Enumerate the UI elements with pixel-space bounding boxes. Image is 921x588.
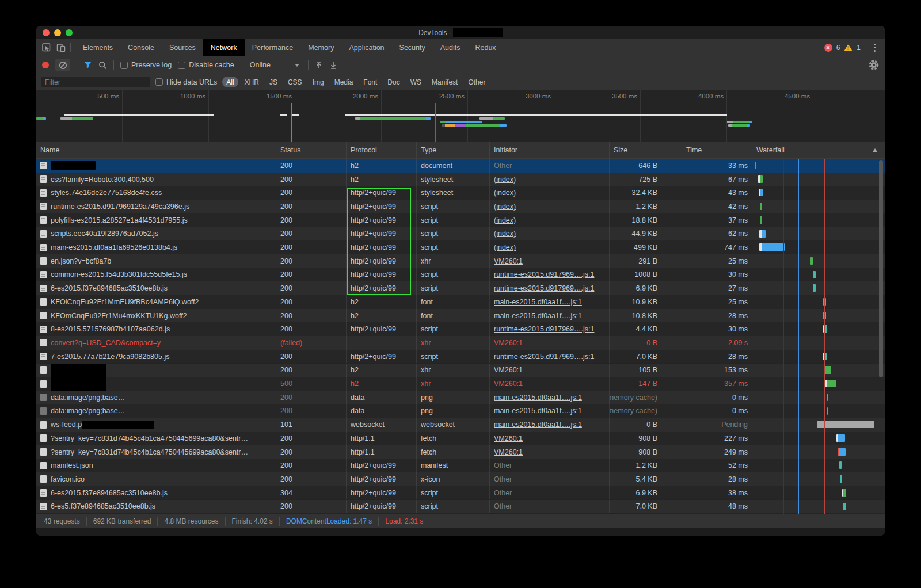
request-row[interactable]: polyfills-es2015.a28527e1a4f4531d7955.js… [36, 213, 885, 227]
cell-initiator-text[interactable]: (index) [494, 189, 516, 197]
cell-initiator-text[interactable]: runtime-es2015.d917969….js:1 [494, 325, 594, 333]
request-row[interactable]: 6-es2015.f37e894685ac3510ee8b.js304http/… [36, 486, 885, 500]
cell-initiator-text[interactable]: VM260:1 [494, 448, 523, 456]
settings-gear-icon[interactable] [869, 60, 879, 70]
request-row[interactable]: scripts.eec40a19f28976ad7052.js200http/2… [36, 227, 885, 241]
console-warnings-icon[interactable] [844, 44, 853, 51]
request-row[interactable]: convert?q=USD_CAD&compact=y(failed)xhrVM… [36, 336, 885, 350]
cell-initiator-text[interactable]: VM260:1 [494, 366, 523, 374]
filter-funnel-icon[interactable] [83, 61, 92, 69]
cell-initiator-text[interactable]: (index) [494, 216, 516, 224]
tab-audits[interactable]: Audits [433, 39, 468, 56]
request-row[interactable]: en.json?v=bcf8a7b200http/2+quic/99xhrVM2… [36, 254, 885, 268]
cell-initiator-text[interactable]: VM260:1 [494, 434, 523, 442]
export-har-icon[interactable] [329, 61, 337, 70]
column-header-name[interactable]: Name [36, 142, 276, 158]
tab-performance[interactable]: Performance [245, 39, 301, 56]
request-row[interactable]: ws-feed.p101websocketwebsocketmain-es201… [36, 418, 885, 432]
filter-pill-xhr[interactable]: XHR [241, 77, 263, 87]
request-row[interactable]: 6-es2015.f37e894685ac3510ee8b.js200http/… [36, 281, 885, 295]
filter-input[interactable] [41, 77, 150, 87]
request-row[interactable]: 500h2xhrVM260:1147 B357 ms [36, 377, 885, 391]
cell-initiator-text[interactable]: main-es2015.df0aa1f….js:1 [494, 298, 582, 306]
request-row[interactable]: KFOmCnqEu92Fr1Mu4mxKKTU1Kg.woff2200h2fon… [36, 309, 885, 323]
request-row[interactable]: 8-es2015.571576987b4107aa062d.js200http/… [36, 322, 885, 336]
request-row[interactable]: runtime-es2015.d917969129a749ca396e.js20… [36, 200, 885, 213]
column-header-protocol[interactable]: Protocol [347, 142, 417, 158]
disable-cache-toggle[interactable]: Disable cache [178, 61, 234, 69]
tab-console[interactable]: Console [120, 39, 162, 56]
request-row[interactable]: manifest.json200http/2+quic/99manifestOt… [36, 459, 885, 472]
cell-initiator-text[interactable]: VM260:1 [494, 339, 523, 347]
cell-initiator-text[interactable]: runtime-es2015.d917969….js:1 [494, 270, 594, 278]
request-row[interactable]: styles.74e16de2e775168de4fe.css200http/2… [36, 186, 885, 200]
column-header-initiator[interactable]: Initiator [490, 142, 610, 158]
preserve-log-toggle[interactable]: Preserve log [120, 61, 172, 69]
request-row[interactable]: main-es2015.df0aa1fa69526e0138b4.js200ht… [36, 240, 885, 254]
tab-application[interactable]: Application [341, 39, 391, 56]
request-row[interactable]: css?family=Roboto:300,400,500200h2styles… [36, 173, 885, 186]
cell-initiator-text[interactable]: VM260:1 [494, 380, 523, 388]
request-row[interactable]: common-es2015.f54d3b301fdc55d5fe15.js200… [36, 268, 885, 282]
record-network-log-button[interactable] [42, 62, 49, 68]
close-window-button[interactable] [43, 29, 50, 36]
filter-pill-media[interactable]: Media [330, 77, 357, 87]
tab-memory[interactable]: Memory [300, 39, 341, 56]
column-header-waterfall[interactable]: Waterfall [752, 142, 885, 158]
request-row[interactable]: data:image/png;base…200datapngmain-es201… [36, 391, 885, 404]
request-row[interactable]: 200h2documentOther646 B33 ms [36, 159, 885, 173]
column-header-size[interactable]: Size [610, 142, 682, 158]
error-count[interactable]: 6 [836, 44, 840, 52]
request-row[interactable]: 200h2xhrVM260:1105 B153 ms [36, 364, 885, 377]
filter-pill-js[interactable]: JS [265, 77, 281, 87]
vertical-scrollbar-thumb[interactable] [879, 160, 883, 377]
warning-count[interactable]: 1 [857, 44, 861, 52]
filter-pill-manifest[interactable]: Manifest [428, 77, 462, 87]
request-row[interactable]: data:image/png;base…200datapngmain-es201… [36, 404, 885, 418]
filter-pill-doc[interactable]: Doc [383, 77, 404, 87]
column-header-status[interactable]: Status [276, 142, 347, 158]
request-row[interactable]: favicon.ico200http/2+quic/99x-iconOther5… [36, 472, 885, 486]
import-har-icon[interactable] [315, 61, 323, 70]
cell-initiator-text[interactable]: VM260:1 [494, 257, 523, 265]
window-titlebar[interactable]: DevTools - [36, 26, 885, 39]
tab-network[interactable]: Network [203, 39, 245, 56]
minimize-window-button[interactable] [54, 29, 61, 36]
cell-initiator-text[interactable]: (index) [494, 243, 516, 251]
disable-cache-checkbox[interactable] [178, 62, 185, 69]
network-overview-timeline[interactable]: 500 ms1000 ms1500 ms2000 ms2500 ms3000 m… [36, 90, 885, 142]
request-row[interactable]: 6-es5.f37e894685ac3510ee8b.js200http/2+q… [36, 500, 885, 514]
request-row[interactable]: ?sentry_key=7c831d74b45c4b1ca4750445699a… [36, 445, 885, 459]
tab-elements[interactable]: Elements [75, 39, 120, 56]
column-header-type[interactable]: Type [417, 142, 490, 158]
cell-initiator-text[interactable]: main-es2015.df0aa1f….js:1 [494, 394, 582, 402]
hide-data-urls-checkbox[interactable] [155, 78, 163, 86]
filter-pill-font[interactable]: Font [359, 77, 381, 87]
request-row[interactable]: ?sentry_key=7c831d74b45c4b1ca4750445699a… [36, 432, 885, 445]
more-options-kebab-icon[interactable] [869, 44, 880, 52]
cell-initiator-text[interactable]: main-es2015.df0aa1f….js:1 [494, 421, 582, 429]
filter-pill-img[interactable]: Img [309, 77, 328, 87]
tab-security[interactable]: Security [392, 39, 433, 56]
cell-initiator-text[interactable]: runtime-es2015.d917969….js:1 [494, 353, 594, 361]
request-row[interactable]: 7-es2015.77a7b21e79ca9082b805.js200http/… [36, 350, 885, 364]
cell-initiator-text[interactable]: main-es2015.df0aa1f….js:1 [494, 312, 582, 320]
zoom-window-button[interactable] [66, 29, 73, 36]
hide-data-urls-toggle[interactable]: Hide data URLs [155, 78, 217, 86]
cell-initiator-text[interactable]: (index) [494, 203, 516, 211]
throttling-dropdown[interactable]: Online [248, 61, 302, 69]
filter-pill-other[interactable]: Other [464, 77, 489, 87]
cell-initiator-text[interactable]: main-es2015.df0aa1f….js:1 [494, 407, 582, 415]
tab-redux[interactable]: Redux [467, 39, 503, 56]
inspect-element-icon[interactable] [42, 43, 51, 52]
filter-pill-css[interactable]: CSS [284, 77, 306, 87]
clear-network-log-button[interactable] [55, 59, 70, 71]
filter-pill-ws[interactable]: WS [406, 77, 425, 87]
filter-pill-all[interactable]: All [222, 77, 238, 87]
search-icon[interactable] [98, 61, 107, 70]
cell-initiator-text[interactable]: (index) [494, 175, 516, 184]
cell-initiator-text[interactable]: (index) [494, 230, 516, 238]
column-header-time[interactable]: Time [682, 142, 752, 158]
request-row[interactable]: KFOlCnqEu92Fr1MmEU9fBBc4AMP6lQ.woff2200h… [36, 295, 885, 309]
device-toolbar-icon[interactable] [56, 43, 66, 52]
